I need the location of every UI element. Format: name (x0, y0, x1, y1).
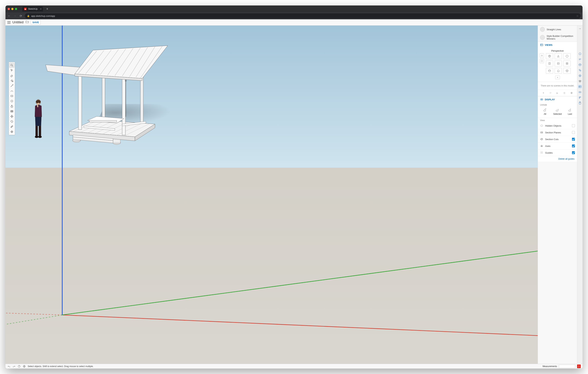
view-left-button[interactable] (563, 61, 571, 66)
view-home-button[interactable] (555, 68, 562, 74)
move-tool[interactable] (9, 114, 14, 119)
new-tab-button[interactable]: + (46, 7, 48, 11)
unhide-label: Unhide (538, 103, 577, 107)
push-pull-tool[interactable] (9, 104, 14, 108)
axes-overlay (5, 26, 538, 364)
guides-icon (540, 151, 543, 154)
document-title: Untitled (12, 21, 23, 24)
instructor-panel-button[interactable] (578, 57, 582, 61)
redo-button[interactable] (12, 365, 16, 368)
styles-panel-button[interactable] (578, 74, 582, 78)
style-thumb-icon (540, 27, 545, 32)
entity-info-panel-button[interactable] (578, 52, 582, 56)
titlebar: ◆ SketchUp × + (5, 5, 583, 12)
option-guides[interactable]: Guides (538, 150, 577, 156)
scenes-panel-button[interactable] (578, 85, 582, 89)
svg-point-55 (13, 81, 13, 82)
projection-parallel-button[interactable] (540, 59, 544, 63)
nav-forward-button[interactable]: → (13, 14, 17, 18)
display-section-header[interactable]: DISPLAY (538, 96, 577, 103)
option-section-planes[interactable]: Section Planes (538, 129, 577, 136)
panel-rail: → (577, 26, 583, 364)
language-button[interactable] (23, 365, 26, 368)
zoom-window-button[interactable] (15, 8, 17, 10)
checkbox[interactable] (572, 138, 575, 141)
browser-tab[interactable]: ◆ SketchUp × (22, 6, 43, 11)
checkbox[interactable] (572, 144, 575, 147)
tab-title: SketchUp (28, 8, 38, 10)
materials-panel-button[interactable] (578, 68, 582, 72)
outliner-panel-button[interactable] (578, 96, 582, 100)
paint-bucket-tool[interactable] (9, 78, 14, 83)
save-button[interactable]: SAVE (31, 20, 41, 25)
open-folder-button[interactable] (25, 20, 29, 25)
help-button[interactable] (18, 365, 21, 368)
view-iso2-button[interactable] (563, 68, 571, 74)
unhide-last-button[interactable]: Last (567, 108, 572, 115)
unhide-all-button[interactable]: All (543, 108, 547, 115)
close-tab-button[interactable]: × (40, 8, 42, 11)
collapse-tray-button[interactable]: → (578, 27, 581, 30)
section-cuts-icon (540, 138, 543, 141)
tags-panel-button[interactable] (578, 79, 582, 83)
view-front-button[interactable] (563, 53, 571, 59)
view-bottom-button[interactable] (546, 68, 553, 74)
svg-line-4 (5, 315, 62, 324)
svg-point-63 (11, 131, 12, 133)
arc-tool[interactable] (9, 88, 14, 93)
tape-measure-tool[interactable] (9, 124, 14, 129)
clipboard-panel-button[interactable] (578, 101, 582, 105)
view-iso-button[interactable] (546, 53, 553, 59)
rotate-tool[interactable] (9, 119, 14, 124)
offset-tool[interactable] (9, 109, 14, 114)
components-panel-button[interactable] (578, 63, 582, 67)
address-field[interactable]: 🔒 app.sketchup.com/app ☆ (25, 13, 581, 18)
delete-scene-button[interactable]: 🗑 (563, 92, 566, 94)
option-section-cuts[interactable]: Section Cuts (538, 136, 577, 143)
view-back-button[interactable] (555, 61, 562, 66)
select-tool[interactable] (9, 68, 14, 73)
style-label: Style Builder Competition Winners (547, 35, 575, 40)
eraser-tool[interactable] (9, 73, 14, 78)
lock-icon: 🔒 (27, 15, 30, 17)
svg-line-54 (12, 66, 13, 66)
model-shadow (95, 104, 175, 126)
projection-perspective-button[interactable] (540, 53, 544, 58)
view-right-button[interactable] (546, 61, 553, 66)
checkbox[interactable] (572, 124, 575, 127)
views-section-header[interactable]: VIEWS (538, 42, 577, 48)
checkbox[interactable] (572, 131, 575, 134)
style-item-straight-lines[interactable]: Straight Lines (538, 26, 577, 33)
add-scene-button[interactable]: ＋ (542, 91, 545, 95)
menu-button[interactable] (7, 21, 10, 24)
nav-back-button[interactable]: ← (7, 14, 11, 18)
line-tool[interactable] (9, 83, 14, 88)
sketchup-logo-icon (577, 364, 581, 368)
style-item-builder-winners[interactable]: Style Builder Competition Winners (538, 33, 577, 42)
circle-tool[interactable] (9, 99, 14, 103)
view-sublabel: View (538, 118, 577, 122)
search-tool[interactable] (9, 63, 14, 68)
checkbox[interactable] (572, 151, 575, 154)
bookmark-star-icon[interactable]: ☆ (576, 15, 578, 17)
play-scenes-button[interactable]: ▶ (556, 92, 558, 94)
scene-settings-button[interactable]: ⚙ (570, 92, 573, 94)
close-window-button[interactable] (8, 8, 10, 10)
option-axes[interactable]: Axes (538, 143, 577, 150)
nav-reload-button[interactable]: ⟳ (19, 14, 23, 18)
display-panel-button[interactable] (578, 90, 582, 94)
orbit-tool[interactable] (9, 129, 14, 134)
unhide-selected-button[interactable]: Selected (553, 108, 562, 115)
option-hidden-objects[interactable]: Hidden Objects (538, 122, 577, 129)
viewport-3d[interactable] (5, 26, 538, 364)
standard-views-grid (546, 53, 571, 74)
url-bar: ← → ⟳ 🔒 app.sketchup.com/app ☆ (5, 12, 583, 19)
delete-guides-link[interactable]: Delete all guides (538, 156, 577, 162)
refresh-scene-button[interactable]: ⟳ (549, 92, 552, 94)
view-top-button[interactable] (555, 53, 562, 59)
rectangle-tool[interactable] (9, 94, 14, 98)
undo-button[interactable] (7, 365, 10, 368)
measurements-input[interactable] (559, 365, 575, 368)
views-expand-button[interactable] (555, 75, 560, 79)
minimize-window-button[interactable] (11, 8, 13, 10)
